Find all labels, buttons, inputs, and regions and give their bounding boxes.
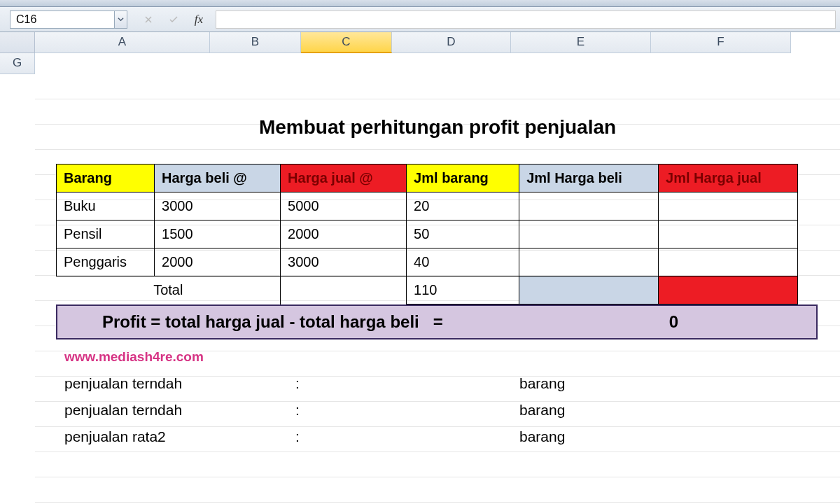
stats-unit[interactable]: barang <box>519 402 659 419</box>
column-headers: A B C D E F G <box>0 32 840 74</box>
name-box[interactable]: C16 <box>10 10 115 29</box>
col-header-D[interactable]: D <box>392 32 511 53</box>
cell-jual[interactable]: 2000 <box>281 220 407 248</box>
th-jml-barang[interactable]: Jml barang <box>407 164 519 192</box>
profit-equals: = <box>419 312 457 332</box>
total-label[interactable]: Total <box>57 276 281 304</box>
table-header-row: Barang Harga beli @ Harga jual @ Jml bar… <box>57 164 798 192</box>
profit-value: 0 <box>457 312 806 332</box>
cell-beli[interactable]: 3000 <box>155 192 281 220</box>
data-table: Barang Harga beli @ Harga jual @ Jml bar… <box>56 164 798 304</box>
stats-label[interactable]: penjualan terndah <box>64 402 295 419</box>
cell-jml-jual[interactable] <box>659 192 798 220</box>
row-headers <box>0 74 35 504</box>
page-title: Membuat perhitungan profit penjualan <box>70 116 805 139</box>
table-row: Pensil 1500 2000 50 <box>57 220 798 248</box>
formula-input[interactable] <box>216 10 836 29</box>
cell-jml-jual[interactable] <box>659 220 798 248</box>
formula-bar: C16 fx <box>0 7 840 32</box>
stats-label[interactable]: penjualan rata2 <box>64 428 295 445</box>
select-all-corner[interactable] <box>0 32 35 53</box>
total-beli[interactable] <box>519 276 659 304</box>
cell-barang[interactable]: Pensil <box>57 220 155 248</box>
stats-unit[interactable]: barang <box>519 428 659 445</box>
check-icon <box>169 15 178 24</box>
cell-jual[interactable]: 5000 <box>281 192 407 220</box>
table-row: Penggaris 2000 3000 40 <box>57 248 798 276</box>
cell-barang[interactable]: Buku <box>57 192 155 220</box>
th-barang[interactable]: Barang <box>57 164 155 192</box>
name-box-dropdown[interactable] <box>115 10 127 29</box>
stats-row: penjualan rata2 : barang <box>64 424 840 450</box>
th-jml-harga-beli[interactable]: Jml Harga beli <box>519 164 659 192</box>
cell-beli[interactable]: 1500 <box>155 220 281 248</box>
total-jml[interactable]: 110 <box>407 276 519 304</box>
worksheet-grid[interactable]: Membuat perhitungan profit penjualan Bar… <box>35 74 840 504</box>
total-row: Total 110 <box>57 276 798 304</box>
confirm-button <box>164 11 183 28</box>
cell-jml[interactable]: 20 <box>407 192 519 220</box>
ribbon-edge <box>0 0 840 7</box>
stats-colon[interactable]: : <box>295 402 316 419</box>
cell-jml-beli[interactable] <box>519 248 659 276</box>
th-jml-harga-jual[interactable]: Jml Harga jual <box>659 164 798 192</box>
stats-row: penjualan terndah : barang <box>64 370 840 397</box>
cell-jml[interactable]: 50 <box>407 220 519 248</box>
chevron-down-icon <box>118 16 124 22</box>
th-harga-jual[interactable]: Harga jual @ <box>281 164 407 192</box>
stats-block: penjualan terndah : barang penjualan ter… <box>64 370 840 450</box>
profit-row[interactable]: Profit = total harga jual - total harga … <box>56 304 818 340</box>
total-jual[interactable] <box>659 276 798 304</box>
col-header-E[interactable]: E <box>511 32 651 53</box>
cell-jml-jual[interactable] <box>659 248 798 276</box>
col-header-G[interactable]: G <box>0 53 35 74</box>
col-header-A[interactable]: A <box>35 32 210 53</box>
stats-unit[interactable]: barang <box>519 375 659 392</box>
cell-jual[interactable]: 3000 <box>281 248 407 276</box>
insert-function-button[interactable]: fx <box>189 11 209 28</box>
th-harga-beli[interactable]: Harga beli @ <box>155 164 281 192</box>
stats-colon[interactable]: : <box>295 375 316 392</box>
cell-jml[interactable]: 40 <box>407 248 519 276</box>
cancel-button <box>139 11 158 28</box>
link-text[interactable]: www.mediash4re.com <box>64 349 840 365</box>
stats-label[interactable]: penjualan terndah <box>64 375 295 392</box>
x-icon <box>144 15 153 24</box>
cell-barang[interactable]: Penggaris <box>57 248 155 276</box>
cell-jml-beli[interactable] <box>519 192 659 220</box>
table-row: Buku 3000 5000 20 <box>57 192 798 220</box>
stats-colon[interactable]: : <box>295 428 316 445</box>
col-header-C[interactable]: C <box>301 32 392 53</box>
cell-jml-beli[interactable] <box>519 220 659 248</box>
cell-empty[interactable] <box>281 276 407 304</box>
profit-label: Profit = total harga jual - total harga … <box>67 312 419 332</box>
cell-beli[interactable]: 2000 <box>155 248 281 276</box>
col-header-B[interactable]: B <box>210 32 301 53</box>
stats-row: penjualan terndah : barang <box>64 397 840 424</box>
col-header-F[interactable]: F <box>651 32 791 53</box>
